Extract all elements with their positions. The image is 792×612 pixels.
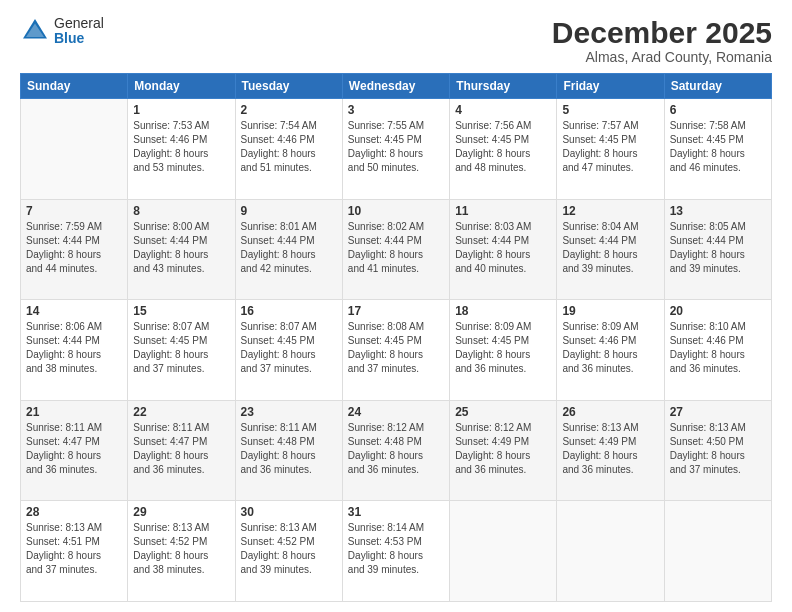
day-info: Sunrise: 8:14 AM Sunset: 4:53 PM Dayligh… <box>348 521 444 577</box>
day-number: 23 <box>241 405 337 419</box>
day-info: Sunrise: 8:10 AM Sunset: 4:46 PM Dayligh… <box>670 320 766 376</box>
day-info: Sunrise: 7:56 AM Sunset: 4:45 PM Dayligh… <box>455 119 551 175</box>
calendar-cell: 11Sunrise: 8:03 AM Sunset: 4:44 PM Dayli… <box>450 199 557 300</box>
day-number: 27 <box>670 405 766 419</box>
day-number: 2 <box>241 103 337 117</box>
calendar-cell: 19Sunrise: 8:09 AM Sunset: 4:46 PM Dayli… <box>557 300 664 401</box>
calendar-cell: 9Sunrise: 8:01 AM Sunset: 4:44 PM Daylig… <box>235 199 342 300</box>
day-number: 17 <box>348 304 444 318</box>
day-number: 18 <box>455 304 551 318</box>
day-number: 30 <box>241 505 337 519</box>
day-number: 26 <box>562 405 658 419</box>
main-title: December 2025 <box>552 16 772 49</box>
calendar-cell: 1Sunrise: 7:53 AM Sunset: 4:46 PM Daylig… <box>128 99 235 200</box>
col-sunday: Sunday <box>21 74 128 99</box>
day-info: Sunrise: 8:09 AM Sunset: 4:45 PM Dayligh… <box>455 320 551 376</box>
subtitle: Almas, Arad County, Romania <box>552 49 772 65</box>
day-number: 15 <box>133 304 229 318</box>
col-wednesday: Wednesday <box>342 74 449 99</box>
day-info: Sunrise: 8:12 AM Sunset: 4:49 PM Dayligh… <box>455 421 551 477</box>
calendar-cell: 31Sunrise: 8:14 AM Sunset: 4:53 PM Dayli… <box>342 501 449 602</box>
calendar-cell: 27Sunrise: 8:13 AM Sunset: 4:50 PM Dayli… <box>664 400 771 501</box>
day-info: Sunrise: 7:57 AM Sunset: 4:45 PM Dayligh… <box>562 119 658 175</box>
day-number: 25 <box>455 405 551 419</box>
day-number: 20 <box>670 304 766 318</box>
day-number: 7 <box>26 204 122 218</box>
day-info: Sunrise: 8:12 AM Sunset: 4:48 PM Dayligh… <box>348 421 444 477</box>
day-number: 4 <box>455 103 551 117</box>
day-info: Sunrise: 7:54 AM Sunset: 4:46 PM Dayligh… <box>241 119 337 175</box>
col-thursday: Thursday <box>450 74 557 99</box>
col-tuesday: Tuesday <box>235 74 342 99</box>
calendar-cell: 3Sunrise: 7:55 AM Sunset: 4:45 PM Daylig… <box>342 99 449 200</box>
calendar-cell <box>557 501 664 602</box>
calendar-cell: 30Sunrise: 8:13 AM Sunset: 4:52 PM Dayli… <box>235 501 342 602</box>
day-number: 29 <box>133 505 229 519</box>
day-number: 11 <box>455 204 551 218</box>
day-info: Sunrise: 8:00 AM Sunset: 4:44 PM Dayligh… <box>133 220 229 276</box>
calendar-cell: 12Sunrise: 8:04 AM Sunset: 4:44 PM Dayli… <box>557 199 664 300</box>
calendar-cell: 29Sunrise: 8:13 AM Sunset: 4:52 PM Dayli… <box>128 501 235 602</box>
day-number: 14 <box>26 304 122 318</box>
day-info: Sunrise: 8:11 AM Sunset: 4:48 PM Dayligh… <box>241 421 337 477</box>
calendar-week-row-0: 1Sunrise: 7:53 AM Sunset: 4:46 PM Daylig… <box>21 99 772 200</box>
calendar-cell: 28Sunrise: 8:13 AM Sunset: 4:51 PM Dayli… <box>21 501 128 602</box>
day-info: Sunrise: 8:13 AM Sunset: 4:49 PM Dayligh… <box>562 421 658 477</box>
calendar-cell: 17Sunrise: 8:08 AM Sunset: 4:45 PM Dayli… <box>342 300 449 401</box>
day-number: 12 <box>562 204 658 218</box>
calendar-cell: 8Sunrise: 8:00 AM Sunset: 4:44 PM Daylig… <box>128 199 235 300</box>
day-number: 16 <box>241 304 337 318</box>
day-number: 5 <box>562 103 658 117</box>
logo-blue-label: Blue <box>54 31 104 46</box>
day-info: Sunrise: 8:02 AM Sunset: 4:44 PM Dayligh… <box>348 220 444 276</box>
day-number: 3 <box>348 103 444 117</box>
day-info: Sunrise: 8:07 AM Sunset: 4:45 PM Dayligh… <box>133 320 229 376</box>
day-info: Sunrise: 8:13 AM Sunset: 4:50 PM Dayligh… <box>670 421 766 477</box>
day-info: Sunrise: 7:55 AM Sunset: 4:45 PM Dayligh… <box>348 119 444 175</box>
calendar-cell: 7Sunrise: 7:59 AM Sunset: 4:44 PM Daylig… <box>21 199 128 300</box>
logo-icon <box>20 16 50 46</box>
logo-general-label: General <box>54 16 104 31</box>
day-info: Sunrise: 8:01 AM Sunset: 4:44 PM Dayligh… <box>241 220 337 276</box>
page: General Blue December 2025 Almas, Arad C… <box>0 0 792 612</box>
day-info: Sunrise: 8:05 AM Sunset: 4:44 PM Dayligh… <box>670 220 766 276</box>
day-info: Sunrise: 8:07 AM Sunset: 4:45 PM Dayligh… <box>241 320 337 376</box>
calendar-cell: 6Sunrise: 7:58 AM Sunset: 4:45 PM Daylig… <box>664 99 771 200</box>
day-number: 9 <box>241 204 337 218</box>
day-info: Sunrise: 7:59 AM Sunset: 4:44 PM Dayligh… <box>26 220 122 276</box>
logo-text: General Blue <box>54 16 104 47</box>
day-number: 10 <box>348 204 444 218</box>
day-number: 6 <box>670 103 766 117</box>
day-info: Sunrise: 8:06 AM Sunset: 4:44 PM Dayligh… <box>26 320 122 376</box>
logo: General Blue <box>20 16 104 47</box>
calendar-cell: 5Sunrise: 7:57 AM Sunset: 4:45 PM Daylig… <box>557 99 664 200</box>
calendar-cell: 20Sunrise: 8:10 AM Sunset: 4:46 PM Dayli… <box>664 300 771 401</box>
day-info: Sunrise: 8:11 AM Sunset: 4:47 PM Dayligh… <box>133 421 229 477</box>
day-number: 1 <box>133 103 229 117</box>
calendar-cell: 21Sunrise: 8:11 AM Sunset: 4:47 PM Dayli… <box>21 400 128 501</box>
day-info: Sunrise: 8:11 AM Sunset: 4:47 PM Dayligh… <box>26 421 122 477</box>
day-info: Sunrise: 8:03 AM Sunset: 4:44 PM Dayligh… <box>455 220 551 276</box>
day-number: 31 <box>348 505 444 519</box>
day-info: Sunrise: 8:08 AM Sunset: 4:45 PM Dayligh… <box>348 320 444 376</box>
day-number: 19 <box>562 304 658 318</box>
calendar-table: Sunday Monday Tuesday Wednesday Thursday… <box>20 73 772 602</box>
day-number: 28 <box>26 505 122 519</box>
day-number: 22 <box>133 405 229 419</box>
calendar-cell: 14Sunrise: 8:06 AM Sunset: 4:44 PM Dayli… <box>21 300 128 401</box>
calendar-week-row-1: 7Sunrise: 7:59 AM Sunset: 4:44 PM Daylig… <box>21 199 772 300</box>
day-number: 8 <box>133 204 229 218</box>
calendar-cell: 18Sunrise: 8:09 AM Sunset: 4:45 PM Dayli… <box>450 300 557 401</box>
day-info: Sunrise: 8:13 AM Sunset: 4:52 PM Dayligh… <box>241 521 337 577</box>
calendar-cell: 10Sunrise: 8:02 AM Sunset: 4:44 PM Dayli… <box>342 199 449 300</box>
calendar-cell: 23Sunrise: 8:11 AM Sunset: 4:48 PM Dayli… <box>235 400 342 501</box>
day-info: Sunrise: 7:53 AM Sunset: 4:46 PM Dayligh… <box>133 119 229 175</box>
day-number: 24 <box>348 405 444 419</box>
calendar-cell: 25Sunrise: 8:12 AM Sunset: 4:49 PM Dayli… <box>450 400 557 501</box>
calendar-cell <box>664 501 771 602</box>
calendar-cell: 24Sunrise: 8:12 AM Sunset: 4:48 PM Dayli… <box>342 400 449 501</box>
day-info: Sunrise: 8:13 AM Sunset: 4:51 PM Dayligh… <box>26 521 122 577</box>
day-info: Sunrise: 7:58 AM Sunset: 4:45 PM Dayligh… <box>670 119 766 175</box>
col-friday: Friday <box>557 74 664 99</box>
calendar-cell: 16Sunrise: 8:07 AM Sunset: 4:45 PM Dayli… <box>235 300 342 401</box>
